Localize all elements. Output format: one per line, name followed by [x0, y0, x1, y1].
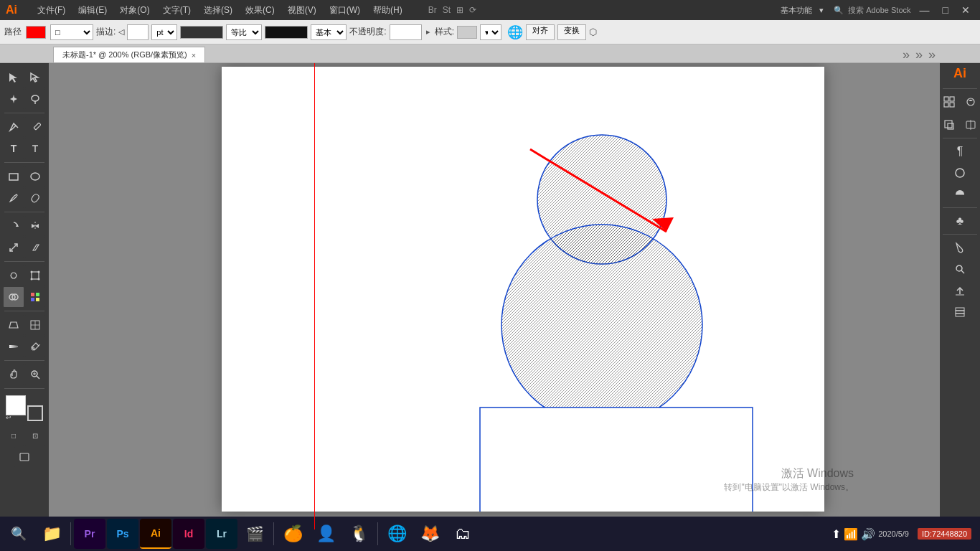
- document-tab[interactable]: 未标题-1* @ 200% (RGB/像素预览) ×: [53, 47, 205, 62]
- pen-tool[interactable]: [4, 117, 24, 137]
- taskbar-file-manager[interactable]: 📁: [36, 519, 67, 549]
- stroke-shape-select[interactable]: □: [50, 24, 93, 40]
- opacity-expand[interactable]: ▸: [426, 27, 430, 37]
- minimize-button[interactable]: —: [915, 3, 934, 17]
- reset-colors-icon[interactable]: ↩: [6, 414, 11, 421]
- stroke-color-box[interactable]: [27, 405, 43, 421]
- stroke-color-swatch[interactable]: [26, 26, 46, 39]
- reflect-tool[interactable]: [25, 216, 45, 236]
- menu-text[interactable]: 文字(T): [157, 3, 197, 18]
- panel-collapse-btn[interactable]: »: [900, 47, 913, 62]
- pencil-tool[interactable]: [25, 117, 45, 137]
- menu-file[interactable]: 文件(F): [32, 3, 71, 18]
- live-paint-tool[interactable]: [25, 287, 45, 307]
- panel-btn-export[interactable]: [950, 281, 970, 301]
- type-tool[interactable]: T: [4, 138, 24, 159]
- panel-btn-para[interactable]: ¶: [950, 141, 970, 161]
- eyedropper-tool[interactable]: [25, 336, 45, 357]
- blob-brush-tool[interactable]: [25, 188, 45, 208]
- menu-window[interactable]: 窗口(W): [324, 3, 366, 18]
- svg-point-35: [501, 225, 702, 425]
- panel-btn-align[interactable]: [961, 115, 980, 135]
- hand-tool[interactable]: [4, 364, 24, 385]
- panel-btn-paint[interactable]: [950, 237, 970, 258]
- paintbrush-tool[interactable]: [4, 188, 24, 208]
- gradient-tool[interactable]: [4, 336, 24, 357]
- lasso-tool[interactable]: [25, 89, 45, 109]
- panel-btn-club[interactable]: ♣: [950, 211, 970, 231]
- shape-builder-tool[interactable]: [4, 287, 24, 307]
- panel-btn-transform[interactable]: [939, 115, 959, 135]
- canvas-area[interactable]: 激活 Windows 转到"电脑设置"以激活 Windows。: [49, 63, 940, 529]
- taskbar-fruit[interactable]: 🍊: [277, 519, 308, 549]
- transform-btn[interactable]: 变换: [557, 24, 586, 40]
- panel-btn-layers[interactable]: [950, 302, 970, 322]
- taskbar-search[interactable]: 🔍: [3, 519, 34, 549]
- touch-type-tool[interactable]: [25, 138, 45, 159]
- panel-btn-2[interactable]: [961, 92, 980, 112]
- panel-btn-halfcircle[interactable]: [950, 184, 970, 204]
- taskbar-lightroom[interactable]: Lr: [206, 519, 237, 549]
- grid-icon: ⊞: [456, 5, 463, 15]
- align-btn[interactable]: 对齐: [526, 24, 555, 40]
- stroke-width-input[interactable]: 2: [127, 24, 149, 40]
- tab-close-btn[interactable]: ×: [192, 51, 196, 60]
- taskbar-sep-3: [377, 522, 378, 545]
- sys-tray-up[interactable]: ⬆: [831, 527, 841, 541]
- panel-expand-btn[interactable]: »: [913, 47, 925, 62]
- svg-rect-56: [956, 308, 964, 311]
- stroke-type-select[interactable]: 等比: [226, 24, 262, 40]
- close-button[interactable]: ✕: [957, 3, 974, 17]
- rect-tool[interactable]: [4, 166, 24, 187]
- scale-tool[interactable]: [4, 237, 24, 258]
- style-select[interactable]: ▾: [480, 24, 501, 40]
- taskbar-folder2[interactable]: 🗂: [447, 519, 479, 549]
- taskbar-illustrator[interactable]: Ai: [140, 519, 171, 549]
- maximize-button[interactable]: □: [938, 3, 953, 17]
- mesh-tool[interactable]: [25, 315, 45, 335]
- rotate-tool[interactable]: [4, 216, 24, 236]
- workspace-label[interactable]: 基本功能: [781, 5, 812, 16]
- search-label[interactable]: 搜索 Adobe Stock: [848, 5, 910, 16]
- taskbar-photoshop[interactable]: Ps: [107, 519, 138, 549]
- stroke-unit-select[interactable]: pt: [151, 24, 177, 40]
- panel-btn-1[interactable]: [939, 92, 959, 112]
- path-label: 路径: [4, 26, 22, 38]
- draw-behind[interactable]: ⊡: [25, 425, 45, 446]
- line-style-select[interactable]: 基本: [311, 24, 347, 40]
- screen-mode[interactable]: [14, 447, 34, 467]
- draw-normal[interactable]: □: [4, 425, 24, 446]
- menu-effect[interactable]: 效果(C): [240, 3, 281, 18]
- warp-tool[interactable]: [4, 265, 24, 286]
- tool-sep-6: [4, 360, 44, 361]
- fill-color[interactable]: [6, 395, 26, 415]
- menu-edit[interactable]: 编辑(E): [72, 3, 113, 18]
- magic-wand-tool[interactable]: [4, 89, 24, 109]
- free-transform-tool[interactable]: [25, 265, 45, 286]
- taskbar-encoder[interactable]: 🎬: [239, 519, 270, 549]
- perspective-tool[interactable]: [4, 315, 24, 335]
- taskbar-chrome[interactable]: 🌐: [381, 519, 413, 549]
- panel-btn-circle[interactable]: [950, 163, 970, 183]
- more-panels-btn[interactable]: »: [925, 47, 938, 62]
- taskbar-premiere[interactable]: Pr: [74, 519, 105, 549]
- select-tool[interactable]: [4, 67, 24, 88]
- zoom-tool[interactable]: [25, 364, 45, 385]
- globe-icon[interactable]: 🌐: [507, 24, 523, 40]
- shear-tool[interactable]: [25, 237, 45, 258]
- menu-help[interactable]: 帮助(H): [367, 3, 408, 18]
- menu-object[interactable]: 对象(O): [114, 3, 155, 18]
- taskbar-penguin[interactable]: 🐧: [343, 519, 374, 549]
- color-selector[interactable]: ↩: [6, 395, 43, 421]
- menu-select[interactable]: 选择(S): [198, 3, 238, 18]
- ellipse-tool[interactable]: [25, 166, 45, 187]
- panel-btn-zoom2[interactable]: [950, 259, 970, 279]
- menu-view[interactable]: 视图(V): [282, 3, 322, 18]
- opacity-input[interactable]: 100%: [390, 24, 422, 40]
- tool-group-pen: [4, 117, 45, 137]
- arrange-icon[interactable]: ⬡: [589, 27, 597, 37]
- direct-select-tool[interactable]: [25, 67, 45, 88]
- taskbar-firefox[interactable]: 🦊: [414, 519, 446, 549]
- taskbar-indesign[interactable]: Id: [173, 519, 204, 549]
- workspace-chevron[interactable]: ▾: [819, 6, 824, 15]
